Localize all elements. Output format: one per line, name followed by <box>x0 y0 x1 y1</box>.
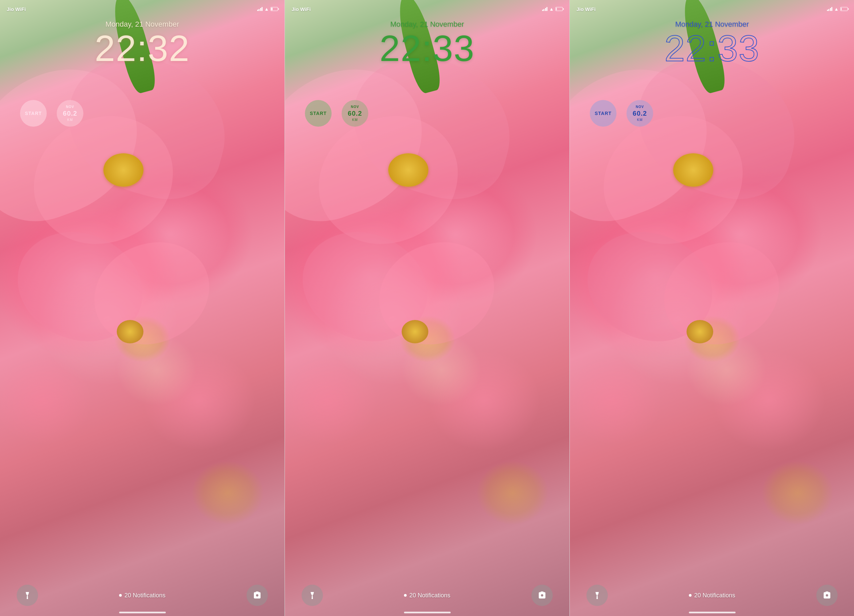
status-bar-2: Jio WiFi ▲ <box>285 0 569 15</box>
widgets-2: START NOV 60.2 KM <box>305 100 368 127</box>
notifications-2[interactable]: 20 Notifications <box>404 592 450 599</box>
flashlight-icon-2 <box>308 591 316 599</box>
battery-3 <box>840 7 848 11</box>
battery-1 <box>270 7 278 11</box>
bottom-bar-1: 20 Notifications <box>0 585 285 606</box>
home-indicator-1 <box>119 611 166 613</box>
phone-screen-2: Jio WiFi ▲ Monday, 21 November 22:33 STA… <box>285 0 569 616</box>
notifications-1[interactable]: 20 Notifications <box>119 592 165 599</box>
wifi-icon-2: ▲ <box>549 6 554 12</box>
phone-screen-3: Jio WiFi ▲ Monday, 21 November 22:33 STA… <box>570 0 854 616</box>
status-bar-1: Jio WiFi ▲ <box>0 0 285 15</box>
phone-screen-1: Jio WiFi ▲ Monday, 21 November 22:32 STA… <box>0 0 285 616</box>
bottom-bar-2: 20 Notifications <box>285 585 569 606</box>
status-icons-1: ▲ <box>257 6 278 12</box>
signal-3 <box>827 7 833 11</box>
bottom-bar-3: 20 Notifications <box>570 585 854 606</box>
flashlight-button-1[interactable] <box>17 585 38 606</box>
battery-2 <box>555 7 563 11</box>
time-2: 22:33 <box>285 30 569 67</box>
camera-icon-3 <box>823 591 831 599</box>
flashlight-button-2[interactable] <box>302 585 323 606</box>
camera-button-2[interactable] <box>531 585 553 606</box>
camera-button-1[interactable] <box>247 585 268 606</box>
status-bar-3: Jio WiFi ▲ <box>570 0 854 15</box>
time-1: 22:32 <box>0 30 285 67</box>
start-widget-2[interactable]: START <box>305 100 332 127</box>
notifications-3[interactable]: 20 Notifications <box>689 592 735 599</box>
start-widget-3[interactable]: START <box>590 100 616 127</box>
start-widget-1[interactable]: START <box>20 100 47 127</box>
widgets-3: START NOV 60.2 KM <box>590 100 653 127</box>
home-indicator-2 <box>404 611 451 613</box>
camera-button-3[interactable] <box>816 585 838 606</box>
carrier-2: Jio WiFi <box>291 6 311 12</box>
signal-1 <box>257 7 263 11</box>
km-widget-3[interactable]: NOV 60.2 KM <box>627 100 653 127</box>
status-icons-3: ▲ <box>827 6 848 12</box>
wifi-icon-1: ▲ <box>264 6 269 12</box>
signal-2 <box>542 7 548 11</box>
notif-dot-3 <box>689 594 692 597</box>
carrier-1: Jio WiFi <box>7 6 26 12</box>
time-3: 22:33 <box>570 30 854 67</box>
flashlight-icon-1 <box>23 591 31 599</box>
wifi-icon-3: ▲ <box>834 6 839 12</box>
status-icons-2: ▲ <box>542 6 563 12</box>
widgets-1: START NOV 60.2 KM <box>20 100 83 127</box>
flashlight-icon-3 <box>593 591 601 599</box>
notif-dot-1 <box>119 594 122 597</box>
home-indicator-3 <box>689 611 735 613</box>
carrier-3: Jio WiFi <box>576 6 595 12</box>
km-widget-2[interactable]: NOV 60.2 KM <box>342 100 368 127</box>
camera-icon-2 <box>538 591 546 599</box>
km-widget-1[interactable]: NOV 60.2 KM <box>57 100 83 127</box>
flashlight-button-3[interactable] <box>586 585 608 606</box>
camera-icon-1 <box>253 591 261 599</box>
notif-dot-2 <box>404 594 407 597</box>
